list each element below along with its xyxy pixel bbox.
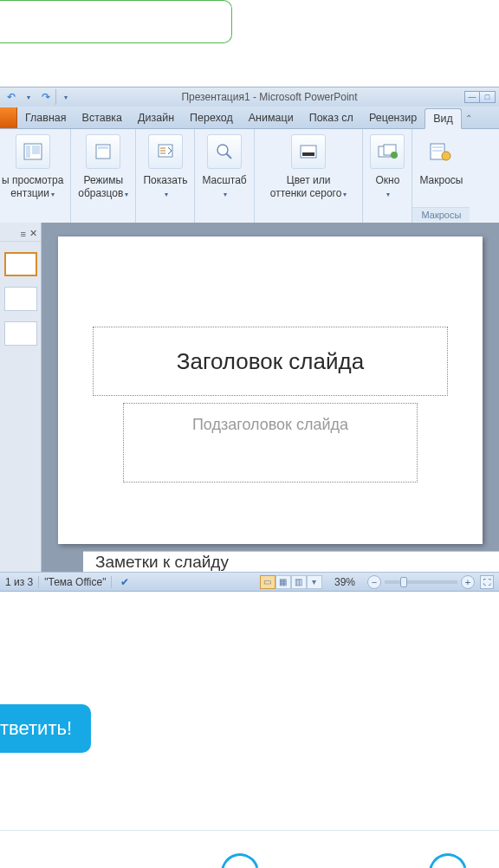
zoom-in-button[interactable]: + bbox=[461, 575, 475, 589]
slide-canvas-area: Заголовок слайда Подзаголовок слайда bbox=[42, 223, 499, 551]
tab-review[interactable]: Рецензир bbox=[361, 107, 424, 128]
sorter-view-button[interactable]: ▦ bbox=[275, 575, 291, 589]
zoom-slider-handle[interactable] bbox=[400, 577, 407, 587]
group-color: Цвет илиоттенки серого▾ bbox=[255, 129, 364, 223]
separator bbox=[111, 576, 112, 588]
normal-view-button[interactable]: ▭ bbox=[260, 575, 275, 589]
panel-close-icon[interactable]: ✕ bbox=[29, 228, 37, 239]
chevron-down-icon: ▾ bbox=[386, 191, 390, 198]
reading-view-button[interactable]: ▥ bbox=[291, 575, 307, 589]
spinner-icon bbox=[422, 846, 474, 868]
file-tab[interactable] bbox=[0, 107, 17, 128]
tab-slideshow[interactable]: Показ сл bbox=[301, 107, 361, 128]
powerpoint-window: ↶ ▾ ↷ ▾ Презентация1 - Microsoft PowerPo… bbox=[0, 87, 499, 592]
svg-rect-15 bbox=[432, 150, 443, 152]
tab-insert[interactable]: Вставка bbox=[75, 107, 130, 128]
svg-point-16 bbox=[442, 152, 450, 160]
answer-button[interactable]: тветить! bbox=[0, 704, 91, 753]
svg-point-12 bbox=[391, 152, 398, 159]
ribbon: ы просмотраентзции▾ Режимыобразцов▾ Пока… bbox=[0, 129, 499, 223]
thumbnail-panel: ≡ ✕ bbox=[0, 223, 42, 572]
sample-modes-icon[interactable] bbox=[86, 134, 120, 169]
slideshow-button[interactable]: ▾ bbox=[307, 575, 322, 589]
ribbon-tabs: Главная Вставка Дизайн Переход Анимаци П… bbox=[0, 107, 499, 129]
group-show: Показать▾ bbox=[136, 129, 195, 223]
green-bubble bbox=[0, 0, 232, 43]
macros-icon[interactable] bbox=[424, 134, 458, 169]
view-mode-buttons: ▭ ▦ ▥ ▾ bbox=[260, 575, 322, 589]
tab-transitions[interactable]: Переход bbox=[182, 107, 241, 128]
maximize-button[interactable]: □ bbox=[480, 91, 496, 103]
zoom-control: − + bbox=[367, 575, 475, 589]
svg-rect-4 bbox=[98, 146, 108, 149]
group-zoom: Масштаб▾ bbox=[195, 129, 254, 223]
slide[interactable]: Заголовок слайда Подзаголовок слайда bbox=[58, 236, 483, 544]
group-presentation-views: ы просмотраентзции▾ bbox=[0, 129, 71, 223]
quick-access-toolbar: ↶ ▾ ↷ ▾ bbox=[0, 89, 75, 105]
zoom-label: Масштаб▾ bbox=[202, 174, 246, 200]
chevron-down-icon: ▾ bbox=[224, 191, 227, 198]
zoom-out-button[interactable]: − bbox=[367, 575, 381, 589]
panel-tab-icon[interactable]: ≡ bbox=[21, 229, 26, 239]
thumbnail-panel-header: ≡ ✕ bbox=[0, 226, 41, 242]
work-area: ≡ ✕ Заголовок слайда Подзаголовок слайда… bbox=[0, 223, 499, 572]
show-label: Показать▾ bbox=[143, 174, 187, 200]
slide-subtitle-placeholder[interactable]: Подзаголовок слайда bbox=[123, 403, 418, 483]
notes-pane[interactable]: Заметки к слайду bbox=[83, 551, 499, 572]
theme-name: "Тема Office" bbox=[44, 576, 106, 588]
normal-view-icon[interactable] bbox=[16, 134, 50, 169]
fit-to-window-button[interactable]: ⛶ bbox=[480, 575, 494, 589]
zoom-percentage[interactable]: 39% bbox=[334, 576, 355, 588]
svg-rect-2 bbox=[32, 146, 40, 154]
zoom-slider[interactable] bbox=[385, 580, 457, 584]
separator bbox=[38, 576, 39, 588]
spellcheck-icon[interactable]: ✔ bbox=[117, 575, 133, 589]
group-sample-modes: Режимыобразцов▾ bbox=[71, 129, 136, 223]
tab-home[interactable]: Главная bbox=[17, 107, 75, 128]
macros-label: Макросы bbox=[419, 174, 463, 187]
window-label: Окно▾ bbox=[375, 174, 399, 200]
tab-design[interactable]: Дизайн bbox=[130, 107, 182, 128]
slide-thumbnail-2[interactable] bbox=[4, 287, 37, 311]
spinner-icon bbox=[214, 846, 266, 868]
macros-group-caption: Макросы bbox=[412, 207, 470, 222]
slide-title-placeholder[interactable]: Заголовок слайда bbox=[93, 327, 448, 396]
color-grayscale-icon[interactable] bbox=[291, 134, 326, 169]
chevron-down-icon: ▾ bbox=[165, 191, 168, 198]
tab-animations[interactable]: Анимаци bbox=[241, 107, 301, 128]
window-icon[interactable] bbox=[370, 134, 405, 169]
divider bbox=[0, 830, 499, 831]
window-buttons: — □ bbox=[464, 91, 499, 103]
tab-view[interactable]: Вид bbox=[424, 108, 462, 129]
ribbon-minimize-icon[interactable]: ⌃ bbox=[462, 107, 476, 128]
chevron-down-icon: ▾ bbox=[125, 191, 128, 198]
redo-icon[interactable]: ↷ bbox=[38, 89, 54, 105]
chevron-down-icon: ▾ bbox=[343, 191, 347, 198]
qat-customize-icon[interactable]: ▾ bbox=[55, 89, 71, 105]
titlebar: ↶ ▾ ↷ ▾ Презентация1 - Microsoft PowerPo… bbox=[0, 87, 499, 107]
group-window: Окно▾ bbox=[363, 129, 412, 223]
slide-counter: 1 из 3 bbox=[5, 576, 33, 588]
color-label: Цвет илиоттенки серого▾ bbox=[270, 174, 347, 200]
undo-icon[interactable]: ↶ bbox=[3, 89, 19, 105]
undo-dropdown-icon[interactable]: ▾ bbox=[21, 89, 36, 105]
slide-thumbnail-1[interactable] bbox=[4, 252, 37, 276]
group-macros: Макросы Макросы bbox=[412, 129, 470, 223]
show-icon[interactable] bbox=[148, 134, 183, 169]
sample-modes-label: Режимыобразцов▾ bbox=[78, 174, 128, 200]
window-title: Презентация1 - Microsoft PowerPoint bbox=[75, 91, 464, 103]
svg-rect-1 bbox=[26, 146, 30, 158]
svg-rect-9 bbox=[302, 152, 314, 156]
status-bar: 1 из 3 "Тема Office" ✔ ▭ ▦ ▥ ▾ 39% − + ⛶ bbox=[0, 572, 499, 591]
zoom-icon[interactable] bbox=[207, 134, 242, 169]
chevron-down-icon: ▾ bbox=[51, 191, 55, 198]
svg-rect-14 bbox=[432, 146, 443, 148]
minimize-button[interactable]: — bbox=[464, 91, 480, 103]
presentation-views-label: ы просмотраентзции▾ bbox=[2, 174, 63, 200]
svg-line-7 bbox=[226, 153, 231, 159]
slide-thumbnail-3[interactable] bbox=[4, 321, 37, 346]
